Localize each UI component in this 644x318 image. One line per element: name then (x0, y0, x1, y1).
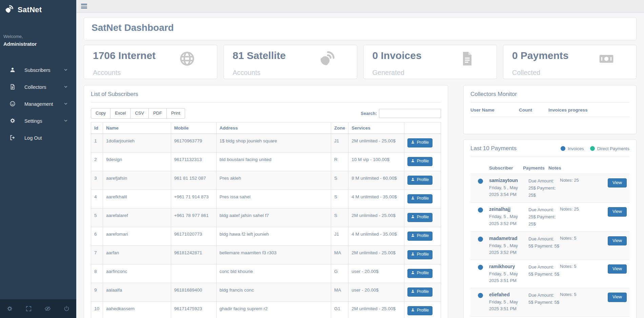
column-header-name[interactable]: Name (103, 122, 171, 134)
footer-fullscreen-icon[interactable] (19, 299, 38, 318)
last-payments-title: Last 10 Payments (470, 145, 517, 152)
page-title: SatNet Dashboard (92, 22, 629, 33)
cell-name: aarefomari (103, 227, 171, 245)
collectors-monitor-header-row: User Name Count Invoices progress (470, 107, 629, 117)
user-icon (9, 67, 16, 74)
sidebar-menu: SubscribersCollectorsManagementSettingsL… (0, 62, 76, 146)
cell-id: 9 (91, 283, 103, 301)
column-header-zone[interactable]: Zone (331, 122, 348, 134)
chevron-down-icon (63, 67, 68, 73)
chevron-down-icon (63, 101, 68, 107)
cell-address: Pres akleh (216, 171, 331, 190)
stat-card-globe: 1706 InternetAccounts (84, 45, 217, 79)
column-header-id[interactable]: Id (91, 122, 103, 134)
cell-id: 4 (91, 190, 103, 208)
sidebar-item-label: Management (24, 101, 63, 107)
cell-name: aarefkhalil (103, 190, 171, 208)
sidebar: SatNet Welcome, Administrator Subscriber… (0, 0, 76, 318)
profile-button[interactable]: Profile (407, 269, 432, 278)
pdf-export-button[interactable]: PDF (149, 108, 167, 119)
cell-zone: MA (331, 245, 348, 264)
top-navbar (76, 0, 644, 13)
divider (470, 157, 629, 157)
cell-zone: G (331, 264, 348, 283)
profile-button[interactable]: Profile (407, 250, 432, 259)
cell-id: 8 (91, 264, 103, 283)
cell-name: aahedkassem (103, 301, 171, 318)
column-header-subscriber: Subscriber (489, 165, 523, 171)
payment-subscriber[interactable]: ramikhoury (489, 264, 528, 269)
column-header-address[interactable]: Address (216, 122, 331, 134)
cell-actions: Profile (404, 283, 441, 301)
cell-actions: Profile (404, 227, 441, 245)
view-button[interactable]: View (608, 178, 627, 187)
legend-dot-icon (561, 146, 565, 151)
profile-button[interactable]: Profile (407, 157, 432, 166)
subscribers-panel: List of Subscribers CopyExcelCSVPDFPrint… (84, 85, 448, 318)
document-icon (459, 50, 488, 68)
csv-export-button[interactable]: CSV (130, 108, 149, 119)
payment-row: nawalmattaFriday, 5 , May 2025 3:51 PMDu… (470, 317, 629, 318)
cell-services: 4 M unlimited - 35.00$ (348, 190, 404, 208)
print-export-button[interactable]: Print (167, 108, 185, 119)
view-button[interactable]: View (608, 236, 627, 245)
profile-button[interactable]: Profile (407, 232, 432, 241)
cell-actions: Profile (404, 264, 441, 283)
profile-button[interactable]: Profile (407, 306, 432, 315)
column-header-mobile[interactable]: Mobile (171, 122, 216, 134)
payment-date: Friday, 5 , May 2025 3:51 PM (489, 271, 528, 284)
view-button[interactable]: View (608, 264, 627, 274)
profile-button[interactable]: Profile (407, 138, 432, 147)
payment-date: Friday, 5 , May 2025 3:51 PM (489, 299, 528, 312)
sidebar-item-log-out[interactable]: Log Out (0, 130, 76, 146)
payment-subscriber[interactable]: madametrad (489, 236, 528, 241)
profile-button[interactable]: Profile (407, 194, 432, 203)
payment-subscriber[interactable]: eliefahed (489, 292, 528, 297)
view-button[interactable]: View (608, 293, 627, 302)
file-icon (9, 84, 16, 91)
chevron-down-icon (63, 118, 68, 124)
cell-address: bldg francis conc (216, 283, 331, 301)
copy-export-button[interactable]: Copy (91, 108, 110, 119)
cell-address: bldg aatef jafsin sahel f7 (216, 208, 331, 227)
footer-power-icon[interactable] (57, 299, 76, 318)
legend-item-direct-payments: Direct Payments (590, 146, 629, 151)
search-input[interactable] (379, 109, 441, 118)
payment-type-dot-icon (478, 265, 483, 270)
view-button[interactable]: View (608, 207, 627, 216)
profile-button[interactable]: Profile (407, 287, 432, 297)
column-header-services[interactable]: Services (348, 122, 404, 134)
stat-value: 1706 Internet (93, 50, 156, 62)
sidebar-item-settings[interactable]: Settings (0, 113, 76, 130)
cell-mobile: 961 81 152 087 (171, 171, 216, 190)
cell-id: 3 (91, 171, 103, 190)
payment-date: Friday, 5 , May 2025 3:52 PM (489, 242, 528, 256)
footer-gear-icon[interactable] (0, 299, 19, 318)
payment-subscriber[interactable]: zeinalhajj (489, 206, 528, 212)
cell-id: 1 (91, 134, 103, 152)
cell-name: aarefjafsin (103, 171, 171, 190)
payment-notes: Notes: 25 (560, 178, 608, 199)
sidebar-item-collectors[interactable]: Collectors (0, 79, 76, 96)
column-header-user-name: User Name (470, 107, 519, 113)
search-label: Search: (361, 111, 377, 116)
user-icon (411, 271, 415, 276)
sidebar-item-subscribers[interactable]: Subscribers (0, 62, 76, 79)
user-icon (411, 140, 415, 145)
menu-toggle-icon[interactable] (81, 4, 87, 9)
footer-eye-slash-icon[interactable] (38, 299, 57, 318)
legend-dot-icon (590, 146, 595, 151)
payment-notes: Notes: 5 (560, 264, 608, 284)
profile-button[interactable]: Profile (407, 213, 432, 222)
cell-mobile: 96171020773 (171, 227, 216, 245)
profile-button[interactable]: Profile (407, 176, 432, 185)
brand[interactable]: SatNet (0, 0, 76, 18)
cell-address: bellemare maamlten f3 r303 (216, 245, 331, 264)
cell-name: aarefalaref (103, 208, 171, 227)
cell-id: 10 (91, 301, 103, 318)
payment-subscriber[interactable]: samizaytoun (489, 178, 528, 183)
excel-export-button[interactable]: Excel (110, 108, 130, 119)
user-icon (411, 233, 415, 239)
sidebar-item-management[interactable]: Management (0, 96, 76, 113)
subscribers-table: IdNameMobileAddressZoneServices 11dollar… (91, 122, 441, 318)
